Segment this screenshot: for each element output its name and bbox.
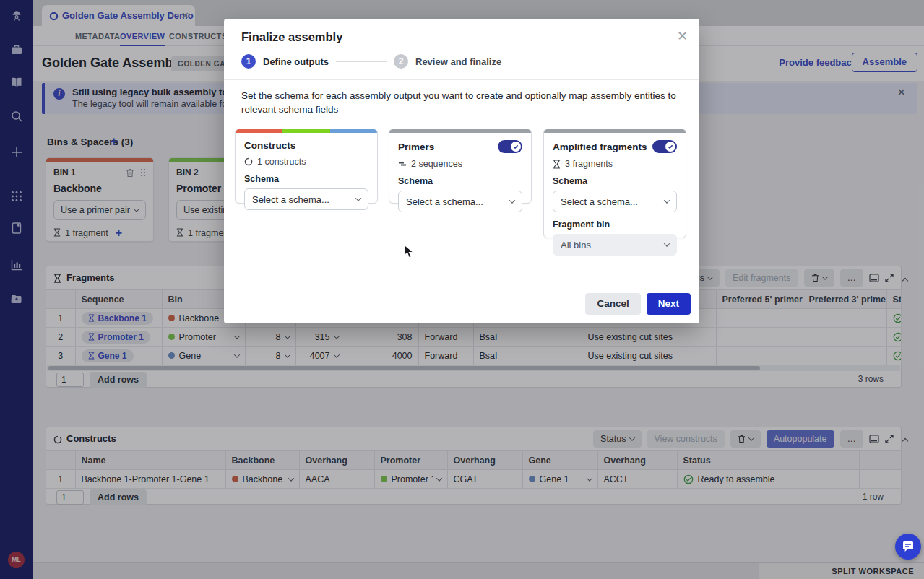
fragment-bin-select[interactable]: All bins [553, 234, 677, 256]
card-count: 1 constructs [257, 157, 306, 167]
card-count: 2 sequences [411, 159, 462, 169]
gray-strip [389, 129, 531, 133]
hourglass-icon [553, 160, 561, 169]
chat-launcher-button[interactable] [895, 534, 921, 560]
chevron-down-icon [664, 197, 670, 203]
output-card-amplified-fragments: Amplified fragments 3 fragments Schema S… [543, 129, 686, 238]
output-card-primers: Primers 2 sequences Schema Select a sche… [389, 129, 532, 204]
next-button[interactable]: Next [647, 293, 691, 315]
mouse-cursor [403, 244, 414, 262]
schema-label: Schema [553, 176, 677, 186]
gray-strip [544, 129, 686, 133]
chat-bubble-icon [902, 540, 915, 553]
primers-toggle-on[interactable] [498, 140, 522, 153]
chevron-down-icon [664, 240, 670, 246]
schema-select[interactable]: Select a schema... [553, 191, 677, 212]
amplified-fragments-toggle-on[interactable] [652, 140, 677, 153]
schema-label: Schema [398, 176, 522, 186]
bin-colors-strip [236, 129, 377, 133]
schema-select[interactable]: Select a schema... [244, 188, 368, 210]
wizard-stepper: 1 Define outputs 2 Review and finalize [241, 53, 501, 69]
card-title: Constructs [244, 140, 295, 151]
chevron-down-icon [355, 195, 361, 201]
construct-circle-icon [244, 157, 253, 166]
modal-description: Set the schema for each assembly output … [241, 89, 699, 116]
step-1-label: Define outputs [263, 56, 329, 67]
card-title: Amplified fragments [553, 142, 647, 152]
cancel-button[interactable]: Cancel [585, 293, 640, 315]
close-icon[interactable]: ✕ [677, 28, 688, 44]
chevron-down-icon [509, 197, 515, 203]
modal-title: Finalize assembly [241, 30, 342, 44]
output-card-constructs: Constructs 1 constructs Schema Select a … [235, 129, 378, 204]
divider [224, 284, 699, 284]
app-root: ML Golden Gate Assembly Demo ✕ METADATA … [0, 0, 924, 579]
primer-icon [398, 160, 407, 168]
schema-select[interactable]: Select a schema... [398, 191, 522, 212]
step-1-circle: 1 [241, 54, 256, 69]
card-title: Primers [398, 142, 434, 152]
schema-label: Schema [244, 174, 368, 184]
card-count: 3 fragments [565, 159, 613, 169]
finalize-assembly-modal: Finalize assembly ✕ 1 Define outputs 2 R… [224, 19, 699, 323]
stepper-connector [336, 61, 387, 62]
step-2-circle: 2 [394, 54, 408, 69]
fragment-bin-label: Fragment bin [553, 219, 677, 230]
divider [224, 79, 699, 80]
step-2-label: Review and finalize [415, 56, 501, 67]
